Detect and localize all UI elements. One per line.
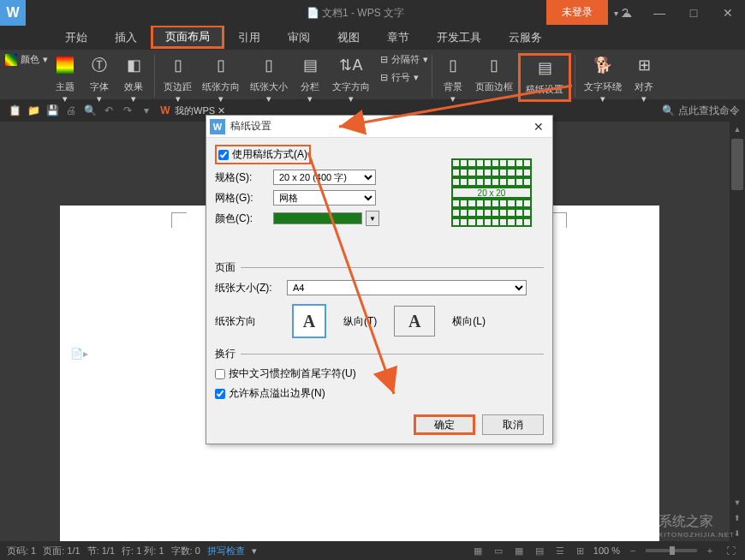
color-label: 颜色(C): [215, 211, 270, 226]
scroll-down[interactable]: ▼ [730, 495, 745, 510]
align-icon: ⊞ [632, 53, 656, 77]
status-position[interactable]: 行: 1 列: 1 [122, 545, 164, 557]
cancel-button[interactable]: 取消 [482, 414, 544, 435]
breaks-button[interactable]: ⊟ 分隔符 ▾ [380, 53, 428, 66]
allow-punct-checkbox[interactable] [215, 389, 225, 399]
paper-size-select[interactable]: A4 [287, 280, 527, 295]
status-page[interactable]: 页面: 1/1 [43, 545, 80, 557]
effects-button[interactable]: ◧ 效果 ▾ [116, 53, 151, 104]
cjk-wrap-checkbox[interactable] [215, 369, 225, 379]
manuscript-dialog: W 稿纸设置 ✕ 使用稿纸方式(A) 规格(S): 20 x 20 (400 字… [206, 115, 553, 444]
zoom-slider[interactable] [646, 549, 697, 552]
dialog-close-button[interactable]: ✕ [528, 118, 549, 135]
file-icon: 📄 [307, 7, 319, 19]
document-title: 文档1 - WPS 文字 [322, 6, 404, 21]
close-button[interactable]: ✕ [711, 0, 745, 26]
background-button[interactable]: ▯ 背景 ▾ [436, 53, 470, 104]
menu-reference[interactable]: 引用 [224, 27, 274, 49]
text-direction-button[interactable]: ⇅A 文字方向 ▾ [327, 53, 375, 104]
orientation-label: 纸张方向 [215, 314, 275, 329]
grid-label: 网格(G): [215, 191, 270, 206]
vertical-scrollbar[interactable]: ▲ ▼ ⬆ ⬇ [730, 122, 745, 541]
dialog-logo: W [210, 119, 225, 134]
search-icon: 🔍 [662, 104, 675, 116]
portrait-label: 纵向(T) [343, 314, 377, 329]
qat-more[interactable]: ▾ [137, 101, 156, 120]
view-read[interactable]: ▭ [491, 543, 506, 558]
qat-redo[interactable]: ↷ [118, 101, 137, 120]
qat-wps-special[interactable]: W [156, 101, 175, 120]
use-manuscript-checkbox-row[interactable]: 使用稿纸方式(A) [215, 145, 311, 164]
color-swatch[interactable] [273, 212, 362, 224]
grid-select[interactable]: 网格 [273, 190, 376, 206]
zoom-in[interactable]: + [702, 543, 718, 558]
theme-button[interactable]: 主题 ▾ [48, 53, 82, 104]
theme-icon [53, 53, 77, 77]
landscape-label: 横向(L) [452, 314, 486, 329]
align-button[interactable]: ⊞ 对齐 ▾ [627, 53, 661, 104]
fullscreen[interactable]: ⛶ [723, 543, 738, 558]
paper-size-button[interactable]: ▯ 纸张大小 ▾ [245, 53, 293, 104]
theme-color[interactable]: 颜色 ▾ [5, 53, 48, 66]
view-draft[interactable]: ☰ [552, 543, 568, 558]
view-print[interactable]: ▦ [470, 543, 486, 558]
minimize-button[interactable]: — [642, 0, 676, 26]
qat-save2[interactable]: 💾 [43, 101, 62, 120]
use-manuscript-checkbox[interactable] [218, 150, 229, 160]
font-button[interactable]: Ⓣ 字体 ▾ [82, 53, 116, 104]
manuscript-settings-button[interactable]: ▤ 稿纸设置 [518, 53, 571, 102]
spec-select[interactable]: 20 x 20 (400 字) [273, 170, 376, 185]
qat-preview[interactable]: 🔍 [80, 101, 99, 120]
help-button[interactable]: ? [608, 0, 642, 26]
menubar: 开始 插入 页面布局 引用 审阅 视图 章节 开发工具 云服务 [0, 26, 745, 50]
status-section[interactable]: 节: 1/1 [87, 545, 115, 557]
menu-chapter[interactable]: 章节 [373, 27, 423, 49]
allow-punct-label: 允许标点溢出边界(N) [229, 386, 325, 401]
status-spell[interactable]: 拼写检查 [207, 545, 245, 557]
menu-review[interactable]: 审阅 [274, 27, 324, 49]
wrap-legend: 换行 [215, 347, 241, 361]
columns-button[interactable]: ▤ 分栏 ▾ [293, 53, 327, 104]
wrap-icon: 🐕 [591, 53, 615, 77]
command-search[interactable]: 🔍 点此查找命令 [662, 104, 740, 118]
scroll-up[interactable]: ▲ [730, 122, 745, 137]
font-icon: Ⓣ [87, 53, 111, 77]
status-page-num[interactable]: 页码: 1 [7, 545, 36, 557]
line-numbers-button[interactable]: ⊟ 行号 ▾ [380, 71, 428, 84]
menu-cloud[interactable]: 云服务 [495, 27, 556, 49]
paper-size-icon: ▯ [257, 53, 281, 77]
menu-view[interactable]: 视图 [324, 27, 373, 49]
ribbon: 颜色 ▾ 主题 ▾ Ⓣ 字体 ▾ ◧ 效果 ▾ ▯ 页边距 ▾ ▯ 纸张方向 ▾… [0, 50, 745, 99]
ok-button[interactable]: 确定 [414, 414, 475, 435]
nav-pane-icon[interactable]: 📄▸ [70, 348, 88, 360]
background-icon: ▯ [441, 53, 465, 77]
view-web[interactable]: ▦ [511, 543, 527, 558]
page-borders-button[interactable]: ▯ 页面边框 [470, 53, 518, 93]
scroll-thumb[interactable] [731, 139, 743, 190]
login-button[interactable]: 未登录 [546, 0, 608, 25]
zoom-level[interactable]: 100 % [593, 545, 620, 556]
maximize-button[interactable]: □ [676, 0, 711, 26]
zoom-settings[interactable]: ⊞ [573, 543, 588, 558]
qat-undo[interactable]: ↶ [99, 101, 118, 120]
color-dropdown[interactable]: ▼ [366, 211, 379, 226]
menu-devtools[interactable]: 开发工具 [423, 27, 495, 49]
landscape-button[interactable]: A [394, 306, 435, 337]
use-manuscript-label: 使用稿纸方式(A) [232, 147, 307, 162]
orientation-button[interactable]: ▯ 纸张方向 ▾ [197, 53, 245, 104]
view-outline[interactable]: ▤ [532, 543, 547, 558]
menu-insert[interactable]: 插入 [101, 27, 151, 49]
dialog-titlebar[interactable]: W 稿纸设置 ✕ [206, 116, 552, 138]
status-chars[interactable]: 字数: 0 [171, 545, 200, 557]
qat-open[interactable]: 📁 [24, 101, 43, 120]
qat-save[interactable]: 📋 [5, 101, 24, 120]
qat-print[interactable]: 🖨 [62, 101, 80, 120]
portrait-button[interactable]: A [292, 304, 326, 338]
wrap-button[interactable]: 🐕 文字环绕 ▾ [579, 53, 627, 104]
menu-start[interactable]: 开始 [51, 27, 101, 49]
margins-button[interactable]: ▯ 页边距 ▾ [158, 53, 197, 104]
dialog-title: 稿纸设置 [230, 119, 271, 134]
menu-page-layout[interactable]: 页面布局 [151, 25, 224, 49]
zoom-out[interactable]: − [625, 543, 641, 558]
titlebar: W 📄 文档1 - WPS 文字 未登录 ▾ ☁ ? — □ ✕ [0, 0, 745, 26]
